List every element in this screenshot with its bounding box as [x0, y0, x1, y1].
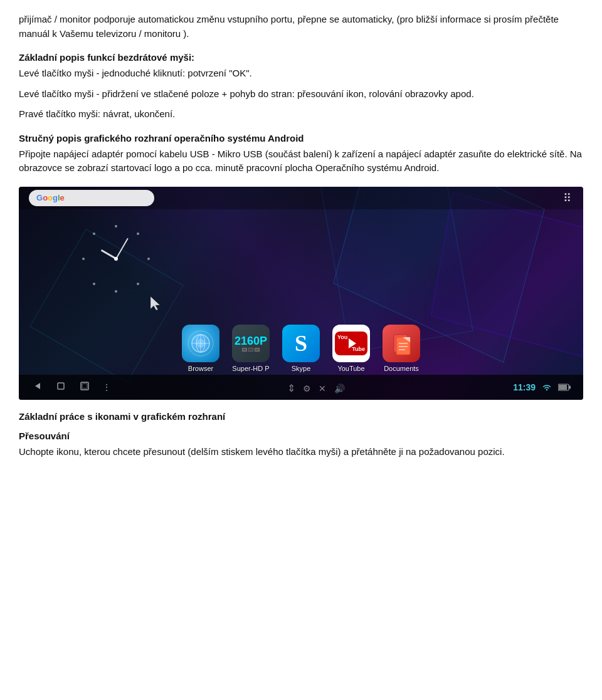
mouse-desc-1: Levé tlačítko myši - jednoduché kliknutí… [19, 66, 583, 81]
app-icon-superhd[interactable]: 2160P Super-HD P [232, 325, 270, 372]
nav-recent-button[interactable] [79, 380, 90, 394]
svg-rect-22 [58, 383, 64, 389]
status-icons: ⇕ ⚙ ✕ 🔊 [281, 378, 356, 397]
mouse-desc-2: Levé tlačítko myši - přidržení ve stlače… [19, 87, 583, 102]
youtube-icon-img: You Tube [332, 325, 370, 362]
browser-label: Browser [188, 365, 213, 372]
nav-home-button[interactable] [55, 380, 66, 394]
nav-back-button[interactable] [31, 380, 43, 394]
battery-icon [558, 384, 571, 391]
youtube-label: YouTube [337, 365, 364, 372]
svg-marker-8 [150, 296, 160, 310]
app-icon-youtube[interactable]: You Tube YouTube [332, 325, 370, 372]
skype-s: S [295, 330, 307, 357]
youtube-inner: You Tube [335, 332, 367, 355]
superhd-label: Super-HD P [232, 365, 269, 372]
svg-point-0 [115, 225, 117, 227]
google-logo: Google [36, 193, 65, 202]
svg-marker-21 [35, 383, 40, 389]
film-icon [242, 348, 260, 352]
youtube-you-text: You [337, 334, 347, 340]
move-desc: Uchopte ikonu, kterou chcete přesunout (… [19, 445, 583, 459]
svg-point-3 [137, 283, 139, 285]
mouse-cursor [150, 296, 163, 313]
app-drawer-icon[interactable]: ⠿ [563, 191, 573, 205]
skype-label: Skype [292, 365, 311, 372]
svg-point-5 [93, 283, 95, 285]
skype-icon-img: S [282, 325, 320, 362]
mouse-desc-3: Pravé tlačítko myši: návrat, ukončení. [19, 107, 583, 122]
svg-text:🔊: 🔊 [334, 384, 346, 394]
superhd-icon-img: 2160P [232, 325, 270, 362]
svg-text:⇕: ⇕ [287, 383, 295, 394]
android-screen: Google ⠿ [19, 187, 583, 400]
section2-title: Stručný popis grafického rozhraní operač… [19, 133, 583, 144]
time-display: 11:39 [513, 382, 536, 392]
intro-paragraph: přijímač / monitor podporuje automaticko… [19, 13, 583, 41]
android-desc: Připojte napájecí adaptér pomocí kabelu … [19, 147, 583, 175]
google-search-bar[interactable]: Google [29, 190, 154, 206]
app-icon-documents[interactable]: Documents [383, 325, 420, 372]
superhd-text: 2160P [235, 335, 267, 347]
wifi-icon [542, 382, 552, 392]
svg-point-7 [93, 232, 95, 235]
nav-menu-button[interactable]: ⋮ [103, 383, 111, 392]
app-icon-skype[interactable]: S Skype [282, 325, 320, 372]
clock-center [114, 257, 118, 261]
android-topbar: Google ⠿ [19, 187, 583, 209]
browser-icon-img [182, 325, 219, 362]
youtube-tube-text: Tube [352, 346, 365, 352]
navbar-center-area: ⇕ ⚙ ✕ 🔊 [124, 378, 513, 397]
svg-point-29 [546, 389, 547, 390]
app-icon-browser[interactable]: Browser [182, 325, 219, 372]
svg-point-2 [147, 258, 150, 260]
svg-point-4 [115, 290, 117, 293]
svg-point-1 [137, 232, 139, 235]
documents-label: Documents [384, 365, 419, 372]
navbar-right-area: 11:39 [513, 382, 571, 392]
svg-rect-24 [82, 384, 87, 389]
svg-rect-32 [559, 385, 567, 390]
svg-rect-31 [569, 385, 571, 389]
section3-title: Základní práce s ikonami v grafickém roz… [19, 411, 583, 422]
section1-title: Základní popis funkcí bezdrátové myši: [19, 52, 583, 63]
svg-text:⚙: ⚙ [303, 384, 311, 394]
documents-svg [388, 330, 415, 357]
browser-svg [187, 330, 214, 357]
app-icons-row: Browser 2160P Super-HD P S Skype [182, 325, 420, 372]
analog-clock [78, 221, 154, 296]
android-navbar: ⋮ ⇕ ⚙ ✕ 🔊 11:39 [19, 375, 583, 400]
svg-text:✕: ✕ [319, 384, 326, 394]
documents-icon-img [383, 325, 420, 362]
section3-sub: Přesouvání [19, 431, 583, 441]
svg-point-6 [82, 258, 85, 260]
